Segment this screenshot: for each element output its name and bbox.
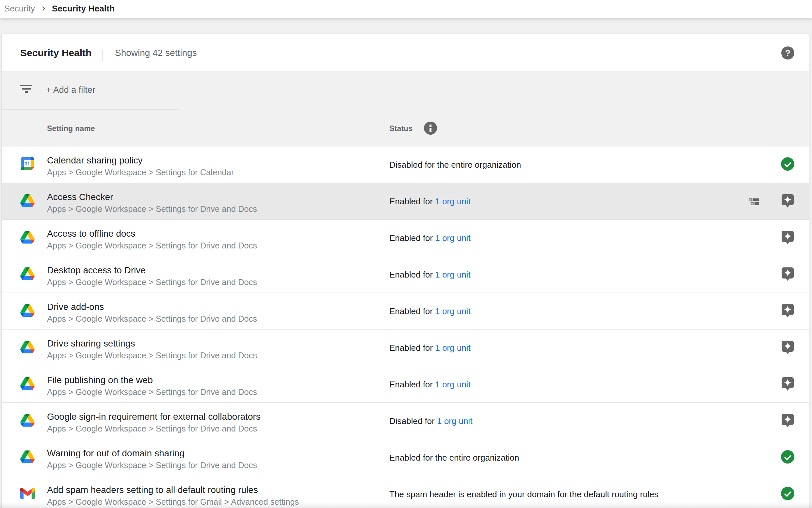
svg-text:31: 31 [25, 161, 30, 166]
